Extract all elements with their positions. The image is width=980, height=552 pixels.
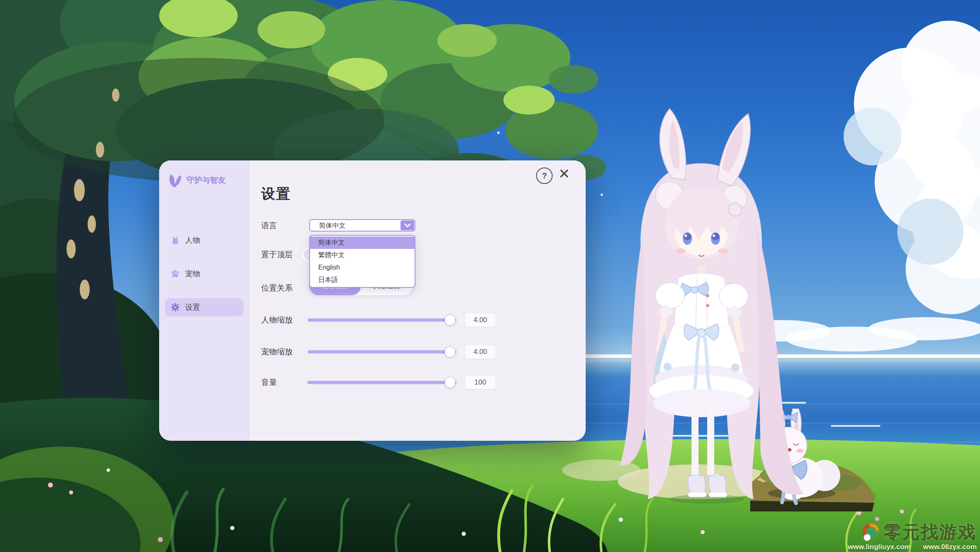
pet-scale-slider-track[interactable] [308,350,456,354]
sidebar-item-character[interactable]: 人物 [165,231,243,249]
position-label: 位置关系 [261,283,293,294]
sidebar-item-label: 设置 [185,302,200,312]
language-select-value: 简体中文 [319,222,346,230]
bunny-ears-logo-icon [167,173,182,188]
page-title: 设置 [261,184,291,203]
character-scale-value: 4.00 [465,313,496,327]
character-scale-label: 人物缩放 [261,315,293,325]
character-scale-slider-thumb[interactable] [445,315,455,325]
character-scale-value-text: 4.00 [473,316,487,324]
paw-icon [171,269,180,278]
sidebar: 守护与智友 人物 宠物 [159,160,249,441]
language-option[interactable]: 日本語 [310,274,415,286]
sidebar-item-label: 人物 [185,235,200,245]
sidebar-item-pet[interactable]: 宠物 [165,265,243,283]
settings-dialog: 守护与智友 人物 宠物 [159,160,586,441]
app-brand: 守护与智友 [167,170,226,190]
volume-value: 100 [465,376,496,389]
sidebar-item-settings[interactable]: 设置 [165,298,243,316]
volume-label: 音量 [261,377,277,388]
chevron-down-icon [401,220,414,230]
language-option[interactable]: English [310,261,415,274]
app-title: 守护与智友 [186,175,226,186]
close-button[interactable]: ✕ [555,165,573,183]
language-dropdown-popup: 简体中文 繁體中文 English 日本語 [309,235,415,288]
volume-slider-track[interactable] [308,381,456,384]
language-label: 语言 [261,220,277,231]
desktop-wallpaper: 零元找游戏 www.lingliuyx.com www.06zyx.com 守护… [0,0,980,552]
watermark-logo-icon [861,523,880,542]
character-girl [589,101,812,507]
watermark-site-name: 零元找游戏 [884,521,977,544]
language-select[interactable]: 简体中文 [309,219,415,232]
gear-icon [171,303,180,312]
pet-scale-slider-thumb[interactable] [445,346,455,357]
volume-value-text: 100 [475,378,486,387]
dress-icon [171,236,180,245]
help-icon: ? [542,171,547,181]
pet-scale-value: 4.00 [465,345,496,358]
language-option[interactable]: 繁體中文 [310,249,415,261]
character-scale-slider-track[interactable] [308,318,456,322]
watermark: 零元找游戏 www.lingliuyx.com www.06zyx.com [848,521,977,551]
help-button[interactable]: ? [536,167,553,184]
close-icon: ✕ [558,165,570,182]
always-on-top-label: 置于顶层 [261,249,293,260]
pet-scale-value-text: 4.00 [473,348,487,356]
pet-scale-label: 宠物缩放 [261,346,293,357]
sidebar-item-label: 宠物 [185,269,200,279]
watermark-url-left: www.lingliuyx.com [848,543,911,551]
watermark-url-right: www.06zyx.com [923,543,977,551]
volume-slider-thumb[interactable] [445,377,455,388]
language-option-selected[interactable]: 简体中文 [310,237,415,249]
